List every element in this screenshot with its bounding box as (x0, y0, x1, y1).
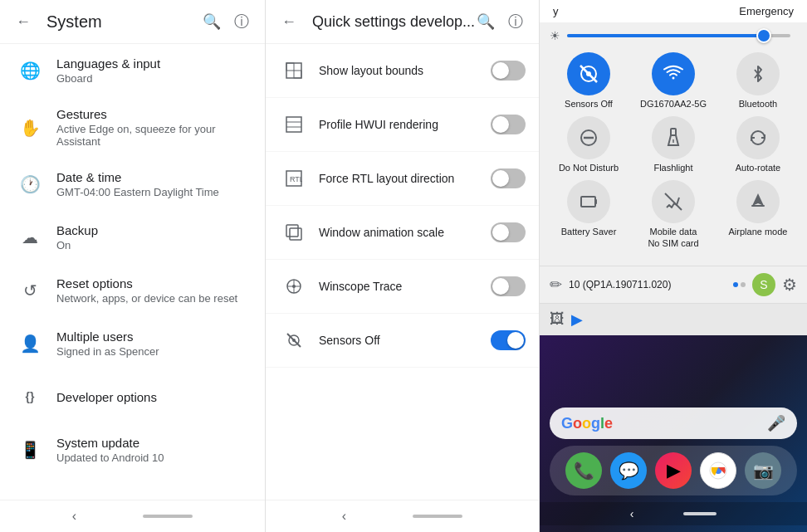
menu-item-gestures-title: Gestures (56, 107, 252, 121)
brightness-slider[interactable] (567, 34, 790, 37)
qs-status-bar: y Emergency (540, 0, 807, 22)
panel2-title: Quick settings develop... (312, 13, 476, 31)
phone-home-pill[interactable] (683, 512, 717, 515)
profile-hwui-toggle[interactable] (491, 115, 526, 134)
qs-tile-autorotate[interactable]: Auto-rotate (719, 116, 797, 173)
wallpaper-area: Google 🎤 📞 💬 ▶ 📷 ‹ (540, 335, 807, 532)
window-anim-toggle[interactable] (491, 222, 526, 242)
qs-edit-icon[interactable]: ✏ (550, 276, 562, 294)
qs-page-dots (733, 282, 746, 287)
svg-rect-9 (290, 228, 301, 240)
shortcut-play-icon[interactable]: ▶ (571, 310, 583, 329)
dock-messages[interactable]: 💬 (610, 452, 647, 489)
svg-point-13 (292, 285, 296, 288)
force-rtl-icon: RTL (279, 164, 309, 193)
panel2-search-icon[interactable]: 🔍 (476, 12, 496, 32)
toggle-force-rtl[interactable]: RTL Force RTL layout direction (266, 152, 539, 206)
panel2-back-nav-button[interactable]: ‹ (342, 509, 346, 524)
menu-item-reset-title: Reset options (56, 276, 252, 290)
toggle-profile-hwui[interactable]: Profile HWUI rendering (266, 98, 539, 152)
qs-tile-flashlight[interactable]: Flashlight (634, 116, 712, 173)
menu-item-update-sub: Updated to Android 10 (56, 451, 252, 464)
qs-tile-wifi[interactable]: DG1670AA2-5G (634, 52, 712, 110)
panel1-footer: ‹ (0, 500, 265, 532)
winscope-label: Winscope Trace (319, 280, 491, 293)
panel2-home-pill[interactable] (413, 515, 462, 518)
menu-item-users-text: Multiple users Signed in as Spencer (56, 329, 252, 358)
show-layout-toggle[interactable] (491, 61, 526, 81)
phone-back-button[interactable]: ‹ (630, 507, 634, 520)
qs-tile-mobile[interactable]: Mobile data No SIM card (634, 180, 712, 248)
google-search-bar[interactable]: Google 🎤 (550, 408, 797, 439)
airplane-tile-icon (736, 180, 780, 223)
shortcut-photo-icon[interactable]: 🖼 (550, 310, 565, 328)
menu-item-backup-text: Backup On (56, 223, 252, 251)
menu-item-datetime-sub: GMT-04:00 Eastern Daylight Time (56, 186, 252, 198)
menu-item-datetime[interactable]: 🕐 Date & time GMT-04:00 Eastern Daylight… (0, 158, 265, 211)
flashlight-tile-icon (652, 116, 695, 159)
panel2-back-button[interactable]: ← (279, 12, 299, 32)
bluetooth-tile-label: Bluetooth (739, 99, 777, 110)
toggle-show-layout[interactable]: Show layout bounds (266, 44, 539, 98)
home-pill[interactable] (143, 515, 193, 518)
user-avatar[interactable]: S (752, 273, 775, 296)
datetime-icon: 🕐 (13, 168, 46, 201)
flashlight-tile-label: Flashlight (653, 163, 692, 173)
menu-item-reset-text: Reset options Network, apps, or device c… (56, 276, 252, 305)
sensors-off-tile-label: Sensors Off (565, 99, 613, 110)
winscope-icon (279, 271, 309, 301)
toggle-winscope[interactable]: Winscope Trace (266, 260, 539, 314)
qs-tile-sensors-off[interactable]: Sensors Off (550, 52, 628, 110)
search-mic-icon[interactable]: 🎤 (767, 414, 785, 432)
dock-camera[interactable]: 📷 (745, 452, 781, 489)
qs-dot-2 (741, 282, 746, 287)
menu-item-users[interactable]: 👤 Multiple users Signed in as Spencer (0, 317, 265, 370)
menu-item-reset[interactable]: ↺ Reset options Network, apps, or device… (0, 264, 265, 317)
svg-rect-3 (286, 117, 301, 132)
qs-tile-bluetooth[interactable]: Bluetooth (719, 52, 797, 110)
users-icon: 👤 (13, 327, 46, 360)
menu-item-developer[interactable]: {} Developer options (0, 370, 265, 423)
menu-item-users-title: Multiple users (56, 329, 252, 344)
toggle-window-anim[interactable]: Window animation scale (266, 206, 539, 260)
back-button[interactable]: ← (13, 12, 33, 32)
dock-bar: 📞 💬 ▶ 📷 (550, 446, 797, 495)
panel2-header-icons: 🔍 ⓘ (476, 12, 526, 32)
force-rtl-toggle[interactable] (491, 168, 526, 188)
brightness-low-icon: ☀ (550, 29, 560, 42)
help-icon[interactable]: ⓘ (232, 12, 252, 32)
svg-rect-25 (595, 199, 597, 204)
menu-item-update-text: System update Updated to Android 10 (56, 436, 252, 464)
system-panel: ← System 🔍 ⓘ 🌐 Languages & input Gboard … (0, 0, 266, 532)
brightness-thumb[interactable] (756, 28, 771, 43)
search-icon[interactable]: 🔍 (202, 12, 222, 32)
svg-rect-27 (751, 205, 765, 207)
dock-play[interactable]: ▶ (655, 452, 692, 489)
panel2-help-icon[interactable]: ⓘ (506, 12, 526, 32)
qs-tile-airplane[interactable]: Airplane mode (719, 180, 797, 248)
panel1-title: System (46, 12, 202, 32)
dock-phone[interactable]: 📞 (565, 452, 602, 489)
qs-emergency-text[interactable]: Emergency (739, 5, 794, 17)
toggle-sensors-off[interactable]: Sensors Off (266, 314, 539, 368)
settings-gear-icon[interactable]: ⚙ (782, 275, 797, 295)
menu-item-gestures[interactable]: ✋ Gestures Active Edge on, squeeze for y… (0, 97, 265, 158)
panel1-header-icons: 🔍 ⓘ (202, 12, 252, 32)
sensors-off-toggle[interactable] (491, 330, 526, 350)
menu-item-gestures-sub: Active Edge on, squeeze for your Assista… (56, 123, 252, 148)
qs-tile-dnd[interactable]: Do Not Disturb (550, 116, 628, 173)
svg-rect-22 (671, 129, 676, 135)
menu-item-update[interactable]: 📱 System update Updated to Android 10 (0, 423, 265, 476)
winscope-toggle[interactable] (491, 276, 526, 296)
svg-point-19 (586, 71, 591, 76)
back-nav-button[interactable]: ‹ (72, 509, 76, 524)
menu-item-backup[interactable]: ☁ Backup On (0, 211, 265, 264)
force-rtl-label: Force RTL layout direction (319, 172, 491, 185)
qs-shortcut-bar: 🖼 ▶ (540, 303, 807, 335)
update-icon: 📱 (13, 433, 46, 466)
profile-hwui-icon (279, 110, 309, 139)
qs-tile-battery[interactable]: Battery Saver (550, 180, 628, 248)
window-anim-label: Window animation scale (319, 226, 491, 239)
dock-chrome[interactable] (700, 452, 736, 489)
menu-item-languages[interactable]: 🌐 Languages & input Gboard (0, 44, 265, 97)
